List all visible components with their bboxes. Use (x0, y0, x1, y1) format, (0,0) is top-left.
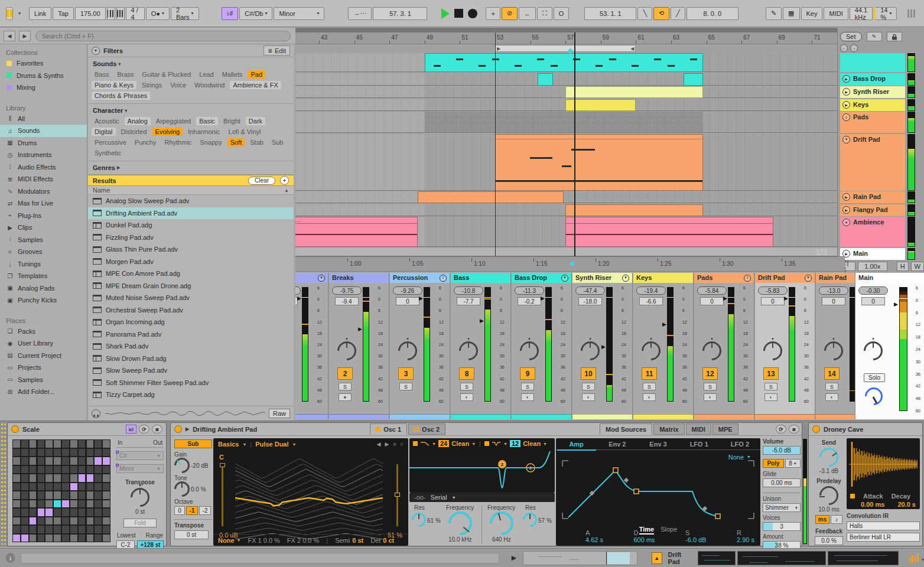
scale-grid-cell[interactable] (87, 440, 94, 448)
loop-length-field[interactable]: 8. 0. 0 (687, 7, 738, 20)
scale-grid-cell[interactable] (103, 509, 110, 516)
scale-grid-cell[interactable] (95, 466, 102, 474)
modtab-lfo-1[interactable]: LFO 1 (679, 441, 720, 448)
gain-knob[interactable] (174, 458, 190, 473)
result-item[interactable]: Glass Thin Pure Pad.adv (88, 243, 294, 256)
tempo-field[interactable]: 175.00 (75, 7, 106, 20)
scale-grid-cell[interactable] (45, 474, 53, 482)
scale-grid-cell[interactable] (30, 457, 37, 465)
pan-knob[interactable]: ▼ (459, 341, 478, 360)
pan-knob[interactable]: ▼ (520, 341, 539, 360)
sidebar-item-user-library[interactable]: ◉User Library (0, 337, 87, 350)
scale-grid-cell[interactable] (87, 491, 94, 499)
track-activator-number[interactable]: 12 (702, 367, 718, 380)
tab-midi[interactable]: MIDI (686, 423, 711, 435)
poly-button[interactable]: Poly (763, 459, 784, 468)
pan-knob[interactable]: ▼ (337, 341, 356, 360)
scale-grid-cell[interactable] (87, 457, 94, 465)
sidebar-item-max-for-live[interactable]: ⇄Max for Live (0, 197, 87, 210)
scale-grid-cell[interactable] (38, 483, 45, 491)
filter-curve[interactable]: 2 1 (409, 450, 555, 491)
cpu-meter[interactable]: 14 %▾ (874, 7, 897, 20)
scale-grid-cell[interactable] (13, 457, 20, 465)
result-item[interactable]: Tizzy Carpet.adg (88, 389, 294, 401)
arrangement-clip[interactable] (565, 99, 636, 111)
scale-grid-cell[interactable] (13, 509, 20, 516)
track-play-icon[interactable]: ▶ (842, 101, 850, 109)
solo-button[interactable]: S (704, 383, 717, 390)
attack-value[interactable]: 4.62 s (585, 536, 603, 543)
track-activator-number[interactable]: 3 (398, 367, 414, 380)
filter-tag-lead[interactable]: Lead (196, 70, 216, 79)
filter-tag-synthetic[interactable]: Synthetic (92, 149, 124, 157)
scale-grid-cell[interactable] (79, 474, 86, 482)
search-input[interactable]: Search (Cmd + F) (35, 31, 291, 41)
filter1-type-icon[interactable] (420, 441, 430, 447)
result-item[interactable]: Muted Noise Sweep Pad.adv (88, 292, 294, 304)
scale-grid[interactable] (12, 439, 110, 542)
arm-button[interactable]: ◐ (521, 393, 534, 401)
scale-grid-cell[interactable] (30, 483, 37, 491)
scale-grid-cell[interactable] (79, 500, 86, 508)
scale-grid-cell[interactable] (45, 509, 53, 516)
scale-grid-cell[interactable] (54, 457, 61, 465)
scale-grid-cell[interactable] (103, 440, 110, 448)
arrangement-overview[interactable] (523, 551, 637, 565)
output-peak-value[interactable]: -19.4 (636, 286, 666, 295)
sidebar-item-grooves[interactable]: ≈Grooves (0, 246, 87, 258)
next-table-icon[interactable]: ▶ (385, 441, 389, 447)
res1-knob[interactable] (412, 513, 426, 527)
scale-grid-cell[interactable] (87, 483, 94, 491)
arm-button[interactable]: ● (339, 393, 352, 401)
droney-activator[interactable] (812, 425, 820, 433)
filter-tag-strings[interactable]: Strings (139, 81, 165, 89)
sustain-value[interactable]: -6.0 dB (685, 536, 706, 543)
scale-grid-cell[interactable] (103, 526, 110, 533)
scale-grid-cell[interactable] (30, 440, 37, 448)
scale-grid-cell[interactable] (38, 466, 45, 474)
gain-field[interactable]: 0 (396, 297, 419, 305)
scale-grid-cell[interactable] (95, 500, 102, 508)
result-item[interactable]: Fizzling Pad.adv (88, 232, 294, 244)
sidebar-item-drums[interactable]: ▦Drums (0, 137, 87, 149)
scale-grid-cell[interactable] (95, 440, 102, 448)
scale-grid-cell[interactable] (21, 500, 28, 508)
scale-grid-cell[interactable] (103, 457, 110, 465)
tab-osc2[interactable]: Osc 2 (408, 423, 445, 435)
punch-out-button[interactable]: ╱ (671, 7, 685, 20)
scale-grid-cell[interactable] (21, 457, 28, 465)
strip-header-icon[interactable]: ▼ (318, 275, 325, 282)
freq1-knob[interactable] (448, 511, 472, 535)
result-item[interactable]: Dunkel Pad.adg (88, 219, 294, 232)
sidebar-item-all[interactable]: ⫼All (0, 113, 87, 125)
loop-start-field[interactable]: 53. 1. 1 (584, 7, 636, 20)
filter-tag-distorted[interactable]: Distorted (118, 128, 150, 136)
send-knob[interactable] (819, 448, 838, 467)
freq2-knob[interactable] (490, 511, 513, 535)
mixer-strip-breaks[interactable]: Breaks -9.75 -9.4 ▶ 6061218243036424860 … (329, 273, 389, 419)
scale-grid-cell[interactable] (87, 535, 94, 542)
arrangement-track-lane[interactable] (295, 191, 837, 203)
scale-grid-cell[interactable] (13, 449, 20, 457)
result-item[interactable]: Analog Slow Sweep Pad.adv (88, 195, 294, 207)
beat-time-ruler[interactable]: 434547495153555759616365676971 (295, 32, 837, 44)
sidebar-item-plug-ins[interactable]: ⌁Plug-Ins (0, 210, 87, 222)
output-peak-value[interactable]: -13.0 (819, 286, 848, 295)
scale-grid-cell[interactable] (21, 440, 28, 448)
scale-grid-cell[interactable] (21, 535, 28, 542)
wavetable-category-menu[interactable]: Basics (218, 441, 239, 448)
filter-tag-chords-amp-phrases[interactable]: Chords & Phrases (92, 92, 150, 100)
scale-grid-cell[interactable] (45, 526, 53, 533)
modtab-env-3[interactable]: Env 3 (637, 441, 678, 448)
arrangement-position-field[interactable]: 57. 3. 1 (373, 7, 427, 20)
gain-field[interactable]: 0 (822, 297, 845, 305)
main-gain-field[interactable]: 0 (861, 297, 885, 305)
result-item[interactable]: Drifting Ambient Pad.adv (88, 207, 294, 220)
tab-osc1[interactable]: Osc 1 (370, 423, 407, 435)
filter-tag-acoustic[interactable]: Acoustic (92, 117, 122, 125)
arrangement-clip[interactable] (565, 217, 773, 247)
scale-grid-cell[interactable] (103, 517, 110, 525)
modtab-amp[interactable]: Amp (556, 441, 597, 448)
output-levels-icon[interactable]: ▾ (909, 554, 924, 562)
session-record-button[interactable]: O (554, 7, 570, 20)
